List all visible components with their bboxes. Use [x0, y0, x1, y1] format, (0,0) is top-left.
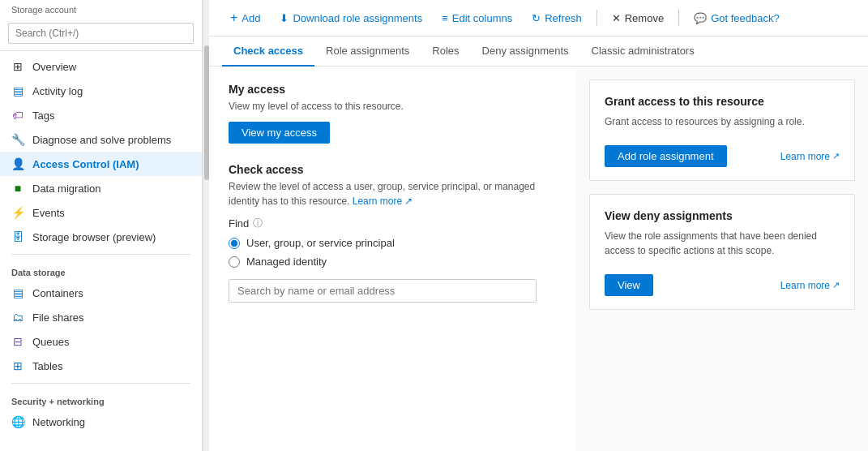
refresh-button[interactable]: ↻ Refresh — [524, 8, 590, 28]
grant-access-card: Grant access to this resource Grant acce… — [589, 79, 855, 181]
check-access-title: Check access — [229, 163, 557, 176]
radio-group-find: User, group, or service principal Manage… — [229, 237, 557, 268]
events-icon: ⚡ — [11, 206, 24, 219]
remove-icon: ✕ — [612, 12, 621, 24]
tab-label-roles: Roles — [432, 45, 459, 57]
my-access-section: My access View my level of access to thi… — [229, 83, 557, 144]
tab-deny-assignments[interactable]: Deny assignments — [471, 37, 580, 67]
sidebar-item-queues[interactable]: ⊟ Queues — [0, 329, 202, 354]
tab-roles[interactable]: Roles — [421, 37, 470, 67]
download-button[interactable]: ⬇ Download role assignments — [272, 8, 430, 28]
section-label-security-networking: Security + networking — [0, 389, 202, 410]
sidebar-item-label-diagnose: Diagnose and solve problems — [32, 134, 171, 146]
sidebar-scrollbar[interactable] — [203, 0, 209, 451]
my-access-title: My access — [229, 83, 557, 96]
grant-access-footer: Add role assignment Learn more ↗ — [605, 145, 840, 167]
add-role-assignment-button[interactable]: Add role assignment — [605, 145, 727, 167]
toolbar-separator-2 — [678, 10, 679, 26]
view-deny-footer: View Learn more ↗ — [605, 274, 840, 296]
tags-icon: 🏷 — [11, 109, 24, 122]
activity-log-icon: ▤ — [11, 84, 24, 97]
radio-managed-identity-label: Managed identity — [246, 256, 327, 268]
content-area: My access View my level of access to thi… — [209, 67, 868, 451]
view-deny-title: View deny assignments — [605, 209, 840, 222]
tab-role-assignments[interactable]: Role assignments — [314, 37, 421, 67]
edit-columns-button[interactable]: ≡ Edit columns — [434, 8, 520, 28]
sidebar-item-file-shares[interactable]: 🗂 File shares — [0, 305, 202, 329]
find-label: Find ⓘ — [229, 217, 557, 230]
sidebar-item-label-data-migration: Data migration — [32, 183, 101, 195]
overview-icon: ⊞ — [11, 60, 24, 73]
sidebar: Storage account ⊞ Overview ▤ Activity lo… — [0, 0, 203, 451]
sidebar-item-tags[interactable]: 🏷 Tags — [0, 103, 202, 127]
sidebar-item-label-containers: Containers — [32, 287, 83, 299]
feedback-button[interactable]: 💬 Got feedback? — [686, 8, 788, 28]
view-deny-description: View the role assignments that have been… — [605, 229, 840, 258]
find-text: Find — [229, 217, 249, 230]
breadcrumb: Storage account — [0, 0, 202, 16]
grant-access-learn-more-link[interactable]: Learn more ↗ — [780, 151, 840, 162]
info-icon[interactable]: ⓘ — [253, 217, 263, 230]
sidebar-item-containers[interactable]: ▤ Containers — [0, 281, 202, 305]
view-deny-button[interactable]: View — [605, 274, 653, 296]
sidebar-item-data-migration[interactable]: ■ Data migration — [0, 176, 202, 200]
tab-label-classic-administrators: Classic administrators — [592, 45, 695, 57]
sidebar-item-label-queues: Queues — [32, 336, 70, 348]
sidebar-item-activity-log[interactable]: ▤ Activity log — [0, 79, 202, 103]
right-panel: Grant access to this resource Grant acce… — [576, 67, 868, 451]
sidebar-item-label-networking: Networking — [32, 416, 85, 428]
storage-browser-icon: 🗄 — [11, 230, 24, 243]
sidebar-item-tables[interactable]: ⊞ Tables — [0, 354, 202, 378]
add-button[interactable]: + Add — [222, 6, 268, 29]
main-content: + Add ⬇ Download role assignments ≡ Edit… — [209, 0, 868, 451]
check-access-learn-more-link[interactable]: Learn more ↗ — [353, 195, 413, 207]
tab-check-access[interactable]: Check access — [222, 37, 314, 67]
edit-columns-label: Edit columns — [452, 12, 512, 24]
sidebar-item-storage-browser[interactable]: 🗄 Storage browser (preview) — [0, 225, 202, 249]
external-link-icon: ↗ — [404, 195, 413, 207]
sidebar-item-diagnose[interactable]: 🔧 Diagnose and solve problems — [0, 127, 202, 152]
radio-user-group-label: User, group, or service principal — [246, 237, 395, 249]
view-my-access-button[interactable]: View my access — [229, 122, 330, 144]
radio-managed-identity-input[interactable] — [229, 256, 240, 268]
data-migration-icon: ■ — [11, 182, 24, 195]
grant-external-icon: ↗ — [832, 151, 840, 161]
my-access-description: View my level of access to this resource… — [229, 99, 557, 114]
search-input[interactable] — [8, 23, 194, 44]
tab-label-deny-assignments: Deny assignments — [482, 45, 569, 57]
sidebar-item-label-tags: Tags — [32, 110, 54, 122]
search-by-name-input[interactable] — [229, 279, 537, 303]
learn-more-label: Learn more — [353, 195, 402, 207]
radio-user-group-input[interactable] — [229, 238, 240, 249]
access-control-icon: 👤 — [11, 157, 24, 170]
sidebar-item-label-tables: Tables — [32, 360, 63, 372]
remove-button[interactable]: ✕ Remove — [604, 8, 672, 28]
containers-icon: ▤ — [11, 286, 24, 299]
sidebar-item-label-access-control: Access Control (IAM) — [32, 158, 139, 170]
grant-access-description: Grant access to resources by assigning a… — [605, 114, 840, 129]
deny-learn-more-label: Learn more — [780, 280, 830, 291]
sidebar-item-networking[interactable]: 🌐 Networking — [0, 410, 202, 434]
sidebar-item-label-events: Events — [32, 207, 65, 219]
sidebar-item-events[interactable]: ⚡ Events — [0, 200, 202, 225]
toolbar: + Add ⬇ Download role assignments ≡ Edit… — [209, 0, 868, 37]
tab-label-check-access: Check access — [233, 45, 303, 57]
sidebar-item-label-activity-log: Activity log — [32, 85, 83, 97]
sidebar-item-overview[interactable]: ⊞ Overview — [0, 54, 202, 79]
radio-managed-identity[interactable]: Managed identity — [229, 256, 557, 268]
sidebar-item-access-control[interactable]: 👤 Access Control (IAM) — [0, 152, 202, 176]
left-panel: My access View my level of access to thi… — [209, 67, 576, 451]
sidebar-item-label-storage-browser: Storage browser (preview) — [32, 231, 156, 243]
view-deny-learn-more-link[interactable]: Learn more ↗ — [780, 280, 840, 291]
queues-icon: ⊟ — [11, 335, 24, 348]
radio-user-group[interactable]: User, group, or service principal — [229, 237, 557, 249]
grant-learn-more-label: Learn more — [780, 151, 830, 162]
check-access-section: Check access Review the level of access … — [229, 163, 557, 303]
divider-security-networking — [11, 383, 190, 384]
refresh-icon: ↻ — [532, 12, 541, 24]
networking-icon: 🌐 — [11, 415, 24, 428]
tables-icon: ⊞ — [11, 359, 24, 372]
tab-classic-administrators[interactable]: Classic administrators — [580, 37, 706, 67]
feedback-icon: 💬 — [694, 12, 707, 24]
sidebar-scroll-thumb — [204, 45, 209, 181]
